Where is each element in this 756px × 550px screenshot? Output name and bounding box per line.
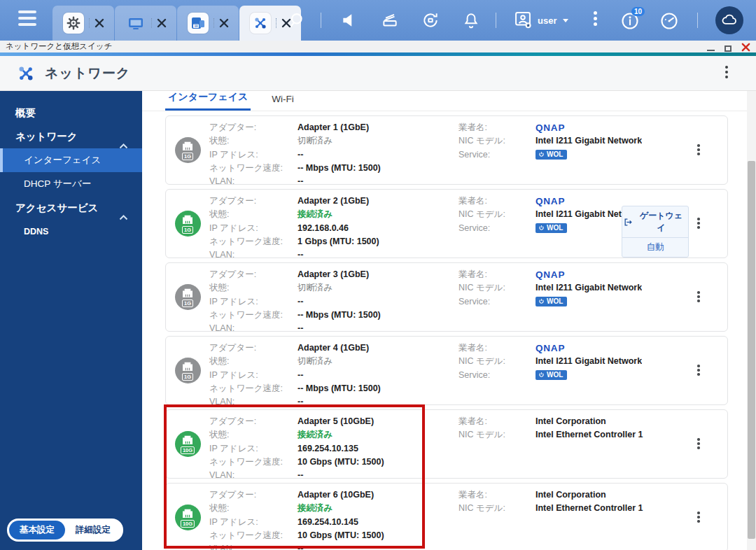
vlan-value: -- bbox=[298, 248, 303, 262]
tab-divider bbox=[151, 18, 152, 28]
ethernet-port-icon: 10G bbox=[175, 431, 201, 457]
wol-badge: WOL bbox=[536, 223, 567, 233]
close-icon[interactable] bbox=[94, 18, 104, 28]
more-options-icon[interactable] bbox=[594, 11, 601, 29]
adapter-list: 1G アダプター:Adapter 1 (1GbE) 状態:切断済み IP アドレ… bbox=[165, 115, 728, 550]
cloud-icon[interactable] bbox=[715, 6, 743, 34]
row-menu-button[interactable] bbox=[697, 291, 704, 305]
ethernet-port-icon: 1G bbox=[175, 211, 201, 237]
sync-icon[interactable] bbox=[421, 11, 440, 29]
monitor-icon bbox=[125, 13, 146, 34]
nic-model: Intel Ethernet Controller 1 bbox=[536, 502, 643, 515]
adapter-card-2: 1G アダプター:Adapter 2 (1GbE) 状態:接続済み IP アドレ… bbox=[165, 189, 728, 258]
sidebar-group-access-services[interactable]: アクセスサービス bbox=[0, 196, 142, 220]
ethernet-port-icon: 1G bbox=[175, 137, 201, 163]
settings-mode-toggle: 基本設定 詳細設定 bbox=[7, 519, 123, 542]
sidebar-item-ddns[interactable]: DDNS bbox=[0, 220, 142, 244]
network-speed: 1 Gbps (MTU: 1500) bbox=[298, 235, 379, 248]
wol-badge: WOL bbox=[536, 370, 567, 380]
toolbar-divider bbox=[697, 13, 698, 28]
adapter-card-1: 1G アダプター:Adapter 1 (1GbE) 状態:切断済み IP アドレ… bbox=[165, 115, 728, 185]
network-nodes-icon bbox=[250, 13, 271, 34]
vlan-value: -- bbox=[298, 469, 303, 482]
network-speed: -- Mbps (MTU: 1500) bbox=[298, 309, 381, 322]
ip-address: -- bbox=[298, 148, 303, 162]
storage-icon: 10 bbox=[188, 13, 209, 34]
row-menu-button[interactable] bbox=[697, 218, 704, 232]
vendor-name: Intel Corporation bbox=[536, 488, 606, 502]
close-icon[interactable] bbox=[219, 18, 229, 28]
vendor-logo: QNAP bbox=[536, 268, 565, 281]
svg-text:10: 10 bbox=[194, 24, 198, 28]
app-header: ネットワーク bbox=[0, 56, 756, 91]
network-speed: 10 Gbps (MTU: 1500) bbox=[298, 529, 384, 542]
ip-address: -- bbox=[298, 369, 303, 382]
ethernet-port-icon: 1G bbox=[175, 284, 201, 310]
row-menu-button[interactable] bbox=[697, 512, 704, 526]
nic-model: Intel I211 Gigabit Network bbox=[536, 281, 642, 295]
row-menu-button[interactable] bbox=[697, 144, 704, 158]
advanced-settings-button[interactable]: 詳細設定 bbox=[65, 521, 121, 540]
adapter-name: Adapter 4 (1GbE) bbox=[298, 341, 369, 355]
content-tabbar: インターフェイス Wi-Fi bbox=[142, 91, 756, 111]
status-badge: 切断済み bbox=[298, 134, 332, 148]
volume-icon[interactable] bbox=[340, 11, 358, 29]
close-icon[interactable] bbox=[157, 18, 167, 28]
row-menu-button[interactable] bbox=[697, 438, 704, 452]
tab-interfaces[interactable]: インターフェイス bbox=[165, 91, 251, 111]
row-menu-button[interactable] bbox=[697, 365, 704, 379]
scrollbar[interactable] bbox=[747, 91, 756, 550]
user-menu[interactable]: user bbox=[513, 10, 568, 31]
toolbar-divider bbox=[496, 13, 496, 28]
main-menu-button[interactable] bbox=[18, 10, 38, 29]
user-name: user bbox=[538, 15, 556, 26]
ip-address: 192.168.0.46 bbox=[298, 222, 349, 235]
tab-wifi[interactable]: Wi-Fi bbox=[272, 94, 293, 111]
sidebar-item-dhcp-server[interactable]: DHCP サーバー bbox=[0, 172, 142, 196]
vlan-value: -- bbox=[298, 175, 303, 188]
ethernet-port-icon: 10G bbox=[175, 505, 201, 530]
sidebar-item-interfaces[interactable]: インターフェイス bbox=[0, 148, 142, 172]
search-icon[interactable] bbox=[288, 11, 307, 29]
nic-model: Intel I211 Gigabit Network bbox=[536, 355, 642, 368]
window-titlebar: ネットワークと仮想スイッチ bbox=[0, 41, 756, 52]
status-badge: 切断済み bbox=[298, 355, 332, 368]
status-badge: 接続済み bbox=[298, 208, 332, 221]
window-title: ネットワークと仮想スイッチ bbox=[6, 41, 112, 52]
ethernet-port-icon: 1G bbox=[175, 358, 201, 383]
maximize-icon[interactable] bbox=[724, 45, 732, 52]
adapter-name: Adapter 3 (1GbE) bbox=[298, 268, 369, 281]
chevron-down-icon bbox=[563, 19, 568, 22]
tab-divider bbox=[214, 18, 214, 28]
window-tab-desktop[interactable] bbox=[115, 6, 176, 41]
system-info-icon[interactable]: 10 bbox=[620, 11, 638, 29]
user-avatar-icon bbox=[513, 10, 533, 31]
gear-icon bbox=[63, 13, 84, 34]
window-tab-control-panel[interactable] bbox=[52, 6, 114, 41]
status-badge: 接続済み bbox=[298, 428, 332, 442]
window-tab-storage[interactable]: 10 bbox=[177, 6, 239, 41]
notification-bell-icon[interactable] bbox=[462, 11, 480, 29]
adapter-card-3: 1G アダプター:Adapter 3 (1GbE) 状態:切断済み IP アドレ… bbox=[165, 262, 728, 332]
basic-settings-button[interactable]: 基本設定 bbox=[9, 521, 65, 540]
nic-model: Intel Ethernet Controller 1 bbox=[536, 428, 643, 442]
header-menu-button[interactable] bbox=[725, 66, 736, 81]
sidebar-group-network[interactable]: ネットワーク bbox=[0, 125, 142, 148]
minimize-icon[interactable] bbox=[707, 50, 715, 51]
scrollbar-thumb[interactable] bbox=[748, 161, 755, 539]
window-tab-strip: 10 bbox=[52, 6, 302, 41]
vlan-value: -- bbox=[298, 395, 303, 409]
page-title: ネットワーク bbox=[45, 64, 130, 83]
sidebar-item-overview[interactable]: 概要 bbox=[0, 101, 142, 125]
network-app-icon bbox=[15, 63, 36, 84]
vendor-name: Intel Corporation bbox=[536, 415, 606, 428]
vendor-logo: QNAP bbox=[536, 121, 565, 134]
resource-monitor-icon[interactable] bbox=[659, 11, 678, 29]
main-content: インターフェイス Wi-Fi 1G アダプター:Adapter 1 (1GbE)… bbox=[142, 91, 756, 550]
taskbar: 10 use bbox=[0, 0, 756, 41]
ip-address: -- bbox=[298, 295, 303, 309]
tab-divider bbox=[89, 18, 90, 28]
background-task-icon[interactable] bbox=[381, 11, 399, 29]
gateway-button[interactable]: ゲートウェイ 自動 bbox=[622, 206, 689, 258]
adapter-card-4: 1G アダプター:Adapter 4 (1GbE) 状態:切断済み IP アドレ… bbox=[165, 336, 728, 405]
